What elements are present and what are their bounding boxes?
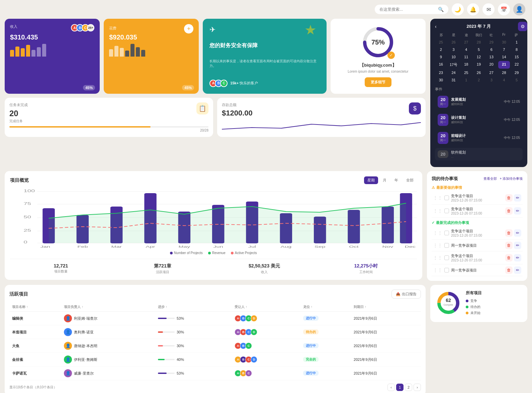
todo-delete-button[interactable]: 🗑 [505, 266, 513, 274]
cal-day-today[interactable]: 21 [498, 61, 510, 69]
cal-day[interactable]: 28 [473, 39, 485, 46]
page-1-button[interactable]: 1 [396, 384, 404, 391]
col-progress[interactable]: 进步 ↑ [155, 303, 232, 312]
cal-day[interactable]: 14 [498, 54, 510, 60]
cal-day[interactable]: 27 [485, 69, 498, 76]
detail-button[interactable]: 更多细节 [365, 77, 391, 87]
page-2-button[interactable]: 2 [405, 384, 412, 391]
todo-edit-button[interactable]: ✏ [514, 229, 521, 237]
calendar-settings-button[interactable]: ⚙ [518, 22, 527, 31]
search-input[interactable] [379, 7, 435, 12]
period-tab-all[interactable]: 全部 [403, 176, 417, 184]
cal-day[interactable]: 15 [511, 54, 523, 60]
notification-button[interactable]: 🔔 [467, 3, 479, 15]
col-project-name[interactable]: 项目名称 ↑ [9, 303, 61, 312]
cal-day[interactable]: 18 [460, 61, 472, 69]
export-report-button[interactable]: 📤 出口报告 [391, 290, 421, 299]
todo-delete-button[interactable]: 🗑 [505, 207, 513, 215]
cal-day[interactable]: 17号 [448, 61, 460, 69]
period-tab-month[interactable]: 月 [379, 176, 390, 184]
cal-day[interactable]: 4 [498, 77, 510, 83]
cal-day[interactable]: 5 [473, 46, 485, 53]
cal-day[interactable]: 13 [485, 54, 498, 60]
todo-delete-button[interactable]: 🗑 [505, 242, 513, 249]
cal-day[interactable]: 12 [473, 54, 485, 60]
todo-checkbox[interactable] [444, 243, 449, 248]
cal-day[interactable]: 1 [511, 39, 523, 46]
cal-day[interactable]: 24 [448, 69, 460, 76]
cal-day[interactable]: 31 [448, 77, 460, 83]
next-page-button[interactable]: › [414, 384, 421, 391]
cal-day[interactable]: 3 [448, 46, 460, 53]
cal-day[interactable]: 16 [435, 61, 447, 69]
cal-day[interactable]: 9 [435, 54, 447, 60]
todo-edit-button[interactable]: ✏ [514, 207, 521, 215]
cal-day[interactable]: 29 [485, 39, 498, 46]
cal-day[interactable]: 23 [435, 69, 447, 76]
drag-icon[interactable]: ⋮⋮ [433, 195, 442, 201]
todo-checkbox[interactable] [444, 231, 449, 235]
cal-day[interactable]: 25 [460, 69, 472, 76]
cal-day[interactable]: 4 [460, 46, 472, 53]
drag-icon[interactable]: ⋮⋮ [433, 255, 442, 260]
cal-day[interactable]: 5 [511, 77, 523, 83]
progress-cell: 30% [158, 330, 229, 334]
cal-day[interactable]: 30 [435, 77, 447, 83]
cal-day[interactable]: 22 [511, 61, 523, 69]
cal-day[interactable]: 3 [485, 77, 498, 83]
warning-icon: ⚠ [432, 185, 435, 190]
theme-toggle-button[interactable]: 🌙 [452, 3, 464, 15]
cal-day[interactable]: 10 [448, 54, 460, 60]
cal-day[interactable]: 2 [435, 46, 447, 53]
prev-page-button[interactable]: ‹ [387, 384, 395, 391]
cal-day[interactable]: 26 [448, 39, 460, 46]
calendar-button[interactable]: 📅 [498, 3, 510, 15]
todo-checkbox[interactable] [444, 268, 449, 272]
todo-checkbox[interactable] [444, 255, 449, 260]
period-tab-week[interactable]: 星期 [364, 176, 378, 184]
search-bar[interactable]: 🔍 [375, 5, 448, 14]
cal-day[interactable]: 6 [485, 46, 498, 53]
todo-edit-button[interactable]: ✏ [514, 266, 521, 274]
drag-icon[interactable]: ⋮⋮ [433, 243, 442, 248]
drag-icon[interactable]: ⋮⋮ [433, 267, 442, 273]
todo-edit-button[interactable]: ✏ [514, 242, 521, 249]
cal-day[interactable]: 25 [435, 39, 447, 46]
calendar-prev-button[interactable]: ‹ [435, 24, 437, 29]
cal-day[interactable]: 11 [460, 54, 472, 60]
cal-day[interactable]: 27 [460, 39, 472, 46]
cal-day[interactable]: 19 [473, 61, 485, 69]
view-all-todo-link[interactable]: 查看全部 [483, 176, 497, 181]
event-item[interactable]: 20 周一 发展规划 威特科技 中午 12:05 [435, 94, 523, 110]
cal-day[interactable]: 8 [511, 46, 523, 53]
cal-day[interactable]: 2 [473, 77, 485, 83]
add-todo-link[interactable]: + 添加待办事项 [500, 176, 523, 181]
add-expense-button[interactable]: + [184, 24, 193, 33]
period-tab-year[interactable]: 年 [391, 176, 402, 184]
col-due[interactable]: 到期日 ↑ [351, 303, 421, 312]
todo-edit-button[interactable]: ✏ [514, 254, 521, 261]
cal-day[interactable]: 29 [511, 69, 523, 76]
cal-day[interactable]: 30 [498, 39, 510, 46]
todo-edit-button[interactable]: ✏ [514, 194, 521, 202]
event-item[interactable]: 20 周一 设计策划 威特科技 中午 12:05 [435, 112, 523, 128]
drag-icon[interactable]: ⋮⋮ [433, 208, 442, 214]
event-item[interactable]: 20 周一 前端设计 威特科技 中午 12:05 [435, 130, 523, 146]
cal-day[interactable]: 28 [498, 69, 510, 76]
todo-delete-button[interactable]: 🗑 [505, 254, 513, 261]
mail-button[interactable]: ✉ [482, 3, 495, 15]
event-item-last[interactable]: 20 软件规划 ... [435, 148, 523, 160]
todo-checkbox[interactable] [444, 209, 449, 213]
cal-day[interactable]: 20 [485, 61, 498, 69]
cal-day[interactable]: 1 [460, 77, 472, 83]
todo-checkbox[interactable] [444, 195, 449, 200]
col-assignees[interactable]: 受让人 ↑ [232, 303, 300, 312]
col-manager[interactable]: 项目负责人 ↑ [61, 303, 155, 312]
todo-delete-button[interactable]: 🗑 [505, 194, 513, 202]
todo-delete-button[interactable]: 🗑 [505, 229, 513, 237]
drag-icon[interactable]: ⋮⋮ [433, 230, 442, 236]
cal-day[interactable]: 26 [473, 69, 485, 76]
cal-day[interactable]: 7 [498, 46, 510, 53]
col-status[interactable]: 龙位 ↑ [300, 303, 351, 312]
user-avatar-button[interactable]: 👤 [513, 3, 525, 15]
